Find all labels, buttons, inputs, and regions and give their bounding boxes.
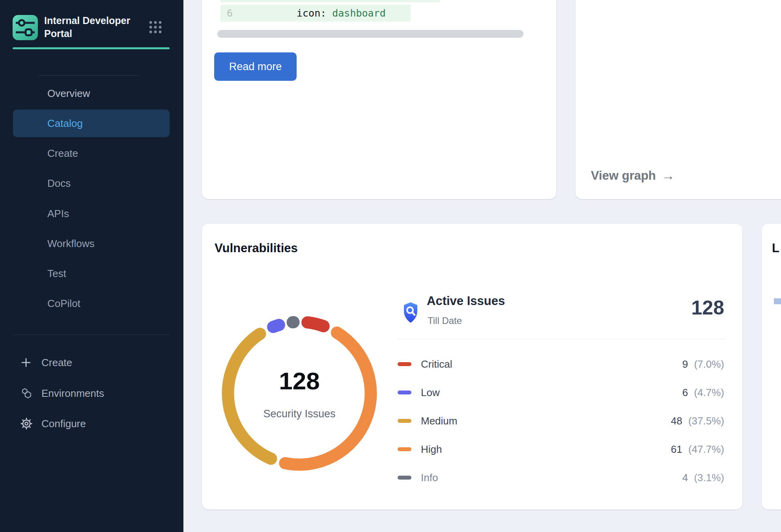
donut-segment-high <box>285 333 371 465</box>
severity-color-swatch <box>398 362 411 366</box>
security-issues-donut-chart: 128 Security Issues <box>215 309 384 478</box>
arrow-right-icon: → <box>661 168 675 183</box>
donut-total-value: 128 <box>215 367 384 395</box>
code-line-5-highlight <box>220 0 440 2</box>
legend-row-critical: Critical9 (7.0%) <box>398 350 724 378</box>
sidebar-item-label: Test <box>47 268 66 280</box>
sidebar-item-workflows[interactable]: Workflows <box>13 230 170 257</box>
summary-divider <box>398 339 724 339</box>
severity-percentage: (37.5%) <box>686 415 724 427</box>
gear-icon <box>21 418 32 430</box>
sidebar-accent-rule <box>13 47 170 49</box>
donut-center-label: Security Issues <box>215 408 384 420</box>
sidebar-item-docs[interactable]: Docs <box>13 169 170 197</box>
severity-percentage: (47.7%) <box>686 443 724 455</box>
app-title: Internal Developer Portal <box>44 14 139 40</box>
sidebar-item-label: APIs <box>47 208 69 220</box>
severity-label: Low <box>421 387 440 399</box>
severity-color-swatch <box>398 391 411 394</box>
legend-row-high: High61 (47.7%) <box>398 435 724 463</box>
sidebar-item-overview[interactable]: Overview <box>13 80 170 107</box>
severity-percentage: (7.0%) <box>691 358 724 370</box>
code-line-number: 6 <box>227 7 239 19</box>
partial-right-card: L <box>762 224 781 510</box>
sidebar-footer-environments[interactable]: Environments <box>0 381 183 406</box>
sidebar-item-catalog[interactable]: Catalog <box>13 110 170 137</box>
severity-color-swatch <box>398 447 411 451</box>
sidebar-footer-configure[interactable]: Configure <box>0 411 183 436</box>
sidebar-item-apis[interactable]: APIs <box>13 200 170 227</box>
app-switcher-grid-icon[interactable] <box>149 20 162 35</box>
sidebar-footer-label: Configure <box>41 418 86 430</box>
donut-segment-critical <box>308 322 324 326</box>
view-graph-link[interactable]: View graph → <box>591 168 675 183</box>
vulnerabilities-title: Vulnerabilities <box>215 241 298 255</box>
donut-segment-low <box>273 325 279 327</box>
hexagons-icon <box>21 387 32 399</box>
shield-search-icon <box>402 301 419 325</box>
sidebar-footer-create[interactable]: Create <box>0 350 183 375</box>
severity-legend: Critical9 (7.0%)Low6 (4.7%)Medium48 (37.… <box>398 350 724 492</box>
sidebar-divider-bottom <box>13 335 170 335</box>
graph-card: View graph → <box>575 0 781 199</box>
sidebar-item-label: Catalog <box>47 117 83 130</box>
sidebar-item-test[interactable]: Test <box>13 260 170 287</box>
sidebar-item-label: Docs <box>47 177 71 190</box>
donut-segment-medium <box>228 334 271 459</box>
view-graph-label: View graph <box>591 169 656 183</box>
sidebar-footer-label: Create <box>41 357 72 369</box>
code-line-6: 6 icon: dashboard <box>220 5 411 22</box>
severity-label: Medium <box>421 415 457 427</box>
partial-bar-chart-bar <box>774 298 781 304</box>
sidebar-footer-label: Environments <box>41 387 104 400</box>
code-horizontal-scrollbar[interactable] <box>217 30 523 38</box>
sidebar: Internal Developer Portal OverviewCatalo… <box>0 0 183 532</box>
read-more-button[interactable]: Read more <box>214 52 297 81</box>
code-yaml-value: dashboard <box>332 7 385 19</box>
severity-label: High <box>421 443 442 456</box>
active-issues-title: Active Issues <box>427 294 505 308</box>
plus-icon <box>21 357 32 368</box>
sidebar-item-label: Create <box>47 147 78 160</box>
severity-color-swatch <box>398 419 411 423</box>
severity-color-swatch <box>398 476 411 480</box>
sidebar-item-copilot[interactable]: CoPilot <box>13 290 170 317</box>
code-yaml-key: icon: <box>297 7 326 19</box>
active-issues-total: 128 <box>636 296 724 319</box>
app-logo-icon <box>13 15 38 42</box>
severity-percentage: (3.1%) <box>691 472 724 484</box>
severity-label: Info <box>421 472 438 484</box>
severity-count: 6 <box>682 387 688 398</box>
sidebar-item-label: CoPilot <box>47 298 80 310</box>
vulnerabilities-card: Vulnerabilities 128 Security Issues Acti… <box>202 224 742 510</box>
partial-card-title: L <box>772 241 779 255</box>
legend-row-medium: Medium48 (37.5%) <box>398 407 724 435</box>
app-root: Internal Developer Portal OverviewCatalo… <box>0 0 781 532</box>
legend-row-info: Info4 (3.1%) <box>398 463 724 492</box>
sidebar-item-label: Workflows <box>47 238 94 250</box>
legend-row-low: Low6 (4.7%) <box>398 378 724 407</box>
severity-count: 4 <box>682 472 688 484</box>
severity-count: 48 <box>671 415 682 427</box>
active-issues-subtitle: Till Date <box>428 315 462 326</box>
severity-label: Critical <box>421 358 452 370</box>
code-snippet-card: 6 icon: dashboard Read more <box>202 0 556 199</box>
sidebar-item-label: Overview <box>47 87 90 100</box>
severity-percentage: (4.7%) <box>691 387 724 398</box>
severity-count: 9 <box>682 358 688 370</box>
sidebar-item-create[interactable]: Create <box>13 140 170 167</box>
severity-count: 61 <box>671 443 682 455</box>
sidebar-divider-top <box>38 75 139 76</box>
